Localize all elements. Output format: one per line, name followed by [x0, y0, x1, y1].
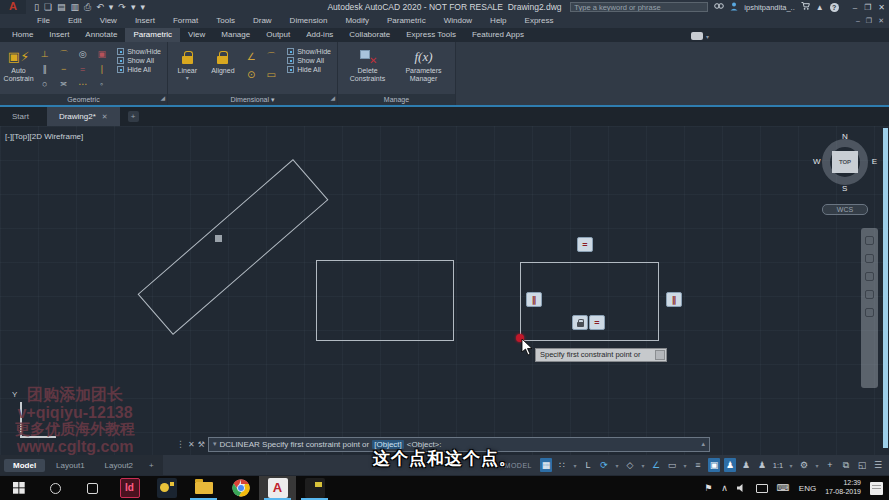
menu-item[interactable]: Tools	[207, 14, 244, 28]
rotated-rectangle[interactable]	[138, 159, 329, 335]
isometric-drafting-icon[interactable]: ◇	[624, 458, 636, 472]
menu-item[interactable]: Format	[164, 14, 207, 28]
annotation-autoscale-icon[interactable]: ♟	[740, 458, 752, 472]
annotation-scale-value[interactable]: 1:1	[772, 458, 784, 472]
navigation-bar[interactable]	[861, 228, 878, 388]
object-snap-icon[interactable]: ▭	[666, 458, 678, 472]
collinear-constraint-icon[interactable]: ⋯	[73, 77, 92, 92]
coincident-constraint-icon[interactable]: ◦	[92, 77, 111, 92]
doc-close-button[interactable]: ✕	[878, 17, 884, 25]
doc-restore-button[interactable]: ❐	[866, 17, 872, 25]
radius-dimension-icon[interactable]: ⌒	[261, 48, 281, 66]
isolate-objects-icon[interactable]: ⧉	[840, 458, 852, 472]
cortana-button[interactable]	[37, 476, 74, 500]
ribbon-tab[interactable]: Parametric	[125, 28, 180, 42]
search-icon[interactable]	[714, 2, 724, 12]
viewcube-west[interactable]: W	[813, 157, 821, 166]
dim-display-button[interactable]: Show All	[287, 57, 331, 64]
save-icon[interactable]: ▤	[57, 0, 66, 14]
parallel-constraint-badge-left[interactable]: ∥	[526, 292, 542, 307]
parameters-manager-button[interactable]: f(x) Parameters Manager	[398, 44, 450, 94]
autocad-app-menu-button[interactable]: A	[0, 0, 26, 14]
redo-icon[interactable]: ↷	[118, 0, 126, 14]
menu-item[interactable]: View	[91, 14, 126, 28]
photo-app-button[interactable]	[148, 476, 185, 500]
linear-constraint-button[interactable]: Linear ▾	[170, 44, 205, 94]
constraint-display-button[interactable]: Show/Hide	[117, 48, 161, 55]
equal-constraint-icon[interactable]: =	[73, 62, 92, 77]
keyboard-icon[interactable]: ⌨	[777, 483, 790, 493]
osnap-tracking-icon[interactable]: ∠	[650, 458, 662, 472]
equal-constraint-badge-bottom[interactable]: =	[589, 315, 605, 330]
osnap-caret-icon[interactable]: ▾	[682, 458, 688, 472]
ribbon-tab[interactable]: Manage	[213, 28, 258, 42]
showmotion-icon[interactable]	[865, 308, 874, 317]
taskbar-clock[interactable]: 12:39 17-08-2019	[825, 479, 861, 497]
start-button[interactable]	[0, 476, 37, 500]
horizontal-constraint-icon[interactable]: −	[54, 62, 73, 77]
transparency-icon[interactable]: ▣	[708, 458, 720, 472]
view-cube[interactable]: TOP N S W E	[817, 134, 873, 190]
annotation-scale-icon[interactable]: ♟	[756, 458, 768, 472]
ribbon-tab[interactable]: Insert	[41, 28, 77, 42]
viewcube-south[interactable]: S	[842, 184, 847, 193]
dimensional-panel-label[interactable]: Dimensional ▾ ◢	[168, 94, 337, 105]
menu-item[interactable]: Draw	[244, 14, 281, 28]
ribbon-tab[interactable]: Home	[4, 28, 41, 42]
diameter-dimension-icon[interactable]: ⊙	[241, 66, 261, 84]
annotation-visibility-icon[interactable]: ♟	[724, 458, 736, 472]
pan-icon[interactable]	[865, 254, 874, 263]
iso-caret-icon[interactable]: ▾	[640, 458, 646, 472]
viewcube-top-face[interactable]: TOP	[832, 151, 858, 173]
doc-minimize-button[interactable]: –	[856, 17, 860, 25]
workspace-gear-icon[interactable]: ⚙	[798, 458, 810, 472]
network-display-icon[interactable]	[756, 484, 768, 493]
parallel-constraint-badge-right[interactable]: ∥	[666, 292, 682, 307]
full-navigation-wheel-icon[interactable]	[865, 236, 874, 245]
vertical-constraint-icon[interactable]: ∣	[92, 62, 111, 77]
undo-icon[interactable]: ↶	[96, 0, 104, 14]
clean-screen-icon[interactable]: ◱	[856, 458, 868, 472]
show-hidden-icons-chevron[interactable]: ∧	[721, 483, 728, 493]
orbit-icon[interactable]	[865, 290, 874, 299]
wcs-indicator[interactable]: WCS	[822, 204, 868, 215]
aligned-constraint-button[interactable]: Aligned	[205, 44, 242, 94]
ribbon-tab[interactable]: Express Tools	[398, 28, 464, 42]
symmetric-constraint-icon[interactable]: ≍	[54, 77, 73, 92]
ribbon-tab[interactable]: Annotate	[77, 28, 125, 42]
save-as-icon[interactable]: ▥	[71, 0, 80, 14]
autocad-taskbar-button[interactable]: A	[259, 476, 296, 500]
ribbon-tab[interactable]: View	[180, 28, 213, 42]
document-tab[interactable]: Drawing2*✕	[47, 107, 120, 126]
delete-constraints-button[interactable]: ✕ Delete Constraints	[344, 44, 392, 94]
connect-video-icon[interactable]	[691, 32, 703, 40]
fix-constraint-icon[interactable]: ▣	[92, 47, 111, 62]
lineweight-icon[interactable]: ≡	[692, 458, 704, 472]
convert-dimension-icon[interactable]: ▭	[261, 66, 281, 84]
app-store-cart-icon[interactable]	[801, 2, 810, 12]
chrome-button[interactable]	[222, 476, 259, 500]
user-icon[interactable]	[730, 2, 738, 13]
customization-menu-icon[interactable]: ☰	[872, 458, 884, 472]
perpendicular-constraint-icon[interactable]: ⊥	[35, 47, 54, 62]
new-layout-button[interactable]: +	[144, 461, 159, 470]
crosshair-icon[interactable]: +	[824, 458, 836, 472]
panel-launcher-icon[interactable]: ◢	[160, 93, 165, 104]
model-space-canvas[interactable]: [-][Top][2D Wireframe] TOP N S W E WCS =…	[0, 126, 889, 455]
manage-panel-label[interactable]: Manage	[338, 94, 455, 105]
layout-tab[interactable]: Layout2	[96, 459, 142, 472]
indesign-button[interactable]: Id	[111, 476, 148, 500]
keyshot-button[interactable]	[296, 476, 333, 500]
command-scroll-icon[interactable]: ▴	[701, 440, 705, 448]
close-button[interactable]: ✕	[878, 3, 885, 12]
help-icon[interactable]: ?	[830, 3, 839, 12]
tab-close-icon[interactable]: ✕	[102, 113, 108, 121]
polar-caret-icon[interactable]: ▾	[614, 458, 620, 472]
menu-item[interactable]: Insert	[126, 14, 164, 28]
menu-item[interactable]: Express	[516, 14, 563, 28]
equal-constraint-badge[interactable]: =	[577, 237, 593, 252]
qat-caret-icon[interactable]: ▾	[140, 0, 145, 14]
notification-icon[interactable]	[870, 482, 883, 495]
task-view-button[interactable]	[74, 476, 111, 500]
recent-commands-icon[interactable]: ▾	[213, 440, 217, 448]
